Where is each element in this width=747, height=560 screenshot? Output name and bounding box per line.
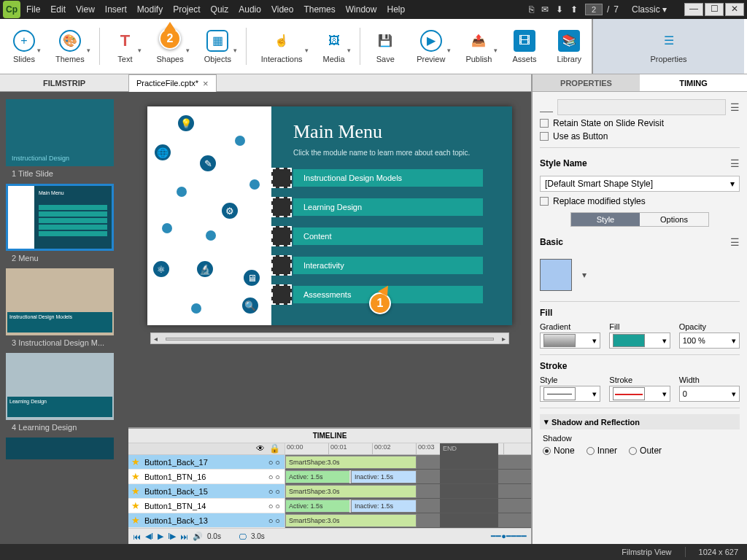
visibility-icon[interactable]: 👁 <box>256 443 265 454</box>
timeline-segment[interactable]: SmartShape:3.0s <box>285 485 417 498</box>
selected-shape-2[interactable] <box>271 197 292 217</box>
page-current-input[interactable]: 2 <box>585 4 603 15</box>
file-tab[interactable]: PracticeFile.cptx* × <box>128 74 217 92</box>
ribbon-preview[interactable]: ▶▾Preview <box>406 19 455 74</box>
tl-play-icon[interactable]: ▶ <box>158 532 163 541</box>
use-as-button-checkbox[interactable] <box>540 132 549 141</box>
subtab-options[interactable]: Options <box>640 213 708 226</box>
ribbon-slides[interactable]: +▾Slides <box>3 19 45 74</box>
style-menu-icon[interactable]: ☰ <box>730 158 740 169</box>
timeline-segment-inactive[interactable]: Inactive: 1.5s <box>351 470 417 483</box>
canvas[interactable]: 🌐 ✎ 💡 ⚙ ⚛ 🔬 🔍 🖥 <box>128 92 531 427</box>
lock-icon[interactable]: 🔒 <box>269 443 280 454</box>
workspace-selector[interactable]: Classic ▾ <box>632 4 667 15</box>
window-minimize[interactable]: — <box>684 3 703 16</box>
timeline-row[interactable]: ★Button1_BTN_14○ ○ <box>128 499 285 513</box>
slide-thumb-5[interactable] <box>6 438 123 459</box>
ribbon-media[interactable]: 🖼▾Media <box>313 19 355 74</box>
basic-color-dropdown[interactable]: ▾ <box>582 270 587 280</box>
up-arrow-icon[interactable]: ⬆ <box>570 4 578 15</box>
style-name-select[interactable]: [Default Smart Shape Style]▾ <box>540 176 740 192</box>
ribbon-save[interactable]: 💾Save <box>364 19 406 74</box>
slide-thumb-2[interactable]: Main Menu 2 Menu <box>6 184 123 262</box>
menu-themes[interactable]: Themes <box>303 4 335 15</box>
opacity-input[interactable]: 100 %▾ <box>679 332 740 349</box>
sync-icon[interactable]: ⎘ <box>529 4 534 15</box>
slide-stage[interactable]: 🌐 ✎ 💡 ⚙ ⚛ 🔬 🔍 🖥 <box>147 106 512 325</box>
tab-timing[interactable]: TIMING <box>640 74 747 92</box>
ribbon-properties[interactable]: ☰Properties <box>592 19 744 74</box>
stroke-color-select[interactable]: ▾ <box>609 386 670 402</box>
canvas-h-scrollbar[interactable]: ◂▸ <box>150 332 509 344</box>
menu-window[interactable]: Window <box>346 4 377 15</box>
gradient-select[interactable]: ▾ <box>540 332 600 349</box>
menu-audio[interactable]: Audio <box>239 4 261 15</box>
menu-view[interactable]: View <box>76 4 95 15</box>
fill-color-select[interactable]: ▾ <box>609 332 670 349</box>
selected-shape-5[interactable] <box>271 284 292 305</box>
stroke-width-input[interactable]: 0▾ <box>679 386 740 402</box>
tl-stepback-icon[interactable]: ◀Ⅰ <box>145 532 153 541</box>
menu-insert[interactable]: Insert <box>105 4 127 15</box>
menu-video[interactable]: Video <box>271 4 293 15</box>
ribbon-text[interactable]: T▾Text <box>104 19 146 74</box>
stroke-style-select[interactable]: ▾ <box>540 386 600 402</box>
timeline-segment[interactable]: SmartShape:3.0s <box>285 456 417 469</box>
timeline-segment-active[interactable]: Active: 1.5s <box>285 499 351 513</box>
tl-stepfwd-icon[interactable]: Ⅰ▶ <box>168 532 176 541</box>
tl-playhead-time: 0.0s <box>207 532 221 540</box>
slide-title: Main Menu <box>293 121 382 143</box>
menu-project[interactable]: Project <box>173 4 200 15</box>
tl-audio-icon[interactable]: 🔊 <box>193 532 203 541</box>
basic-menu-icon[interactable]: ☰ <box>730 236 740 248</box>
timeline-row[interactable]: ★Button1_Back_17○ ○ <box>128 455 285 470</box>
window-maximize[interactable]: ☐ <box>705 3 724 16</box>
timeline-header: TIMELINE <box>128 429 531 443</box>
menu-modify[interactable]: Modify <box>137 4 163 15</box>
selected-shape-4[interactable] <box>271 255 292 276</box>
tl-rewind-icon[interactable]: ⏮ <box>133 532 141 541</box>
menu-file[interactable]: File <box>26 4 40 15</box>
ribbon-publish[interactable]: 📤▾Publish <box>455 19 502 74</box>
visibility-toggle[interactable] <box>540 102 553 112</box>
ribbon-interactions[interactable]: ☝▾Interactions <box>251 19 313 74</box>
selected-shape-1[interactable] <box>271 168 292 188</box>
slide-thumb-1[interactable]: Instructional Design 1 Title Slide <box>6 99 123 178</box>
ribbon-objects[interactable]: ▦▾Objects <box>194 19 241 74</box>
slide-thumb-4[interactable]: Learning Design 4 Learning Design <box>6 353 123 432</box>
filmstrip-header: FILMSTRIP <box>0 74 128 92</box>
file-tab-label: PracticeFile.cptx* <box>136 79 198 88</box>
ribbon-library[interactable]: 📚Library <box>546 19 592 74</box>
timeline-segment[interactable]: SmartShape:3.0s <box>285 514 417 527</box>
retain-state-checkbox[interactable] <box>540 119 549 128</box>
replace-styles-checkbox[interactable] <box>540 197 549 206</box>
tab-properties[interactable]: PROPERTIES <box>533 74 640 92</box>
menu-help[interactable]: Help <box>387 4 405 15</box>
selected-shape-3[interactable] <box>271 226 292 246</box>
shadow-inner-radio[interactable] <box>587 447 595 455</box>
timeline-row[interactable]: ★Button1_Back_13○ ○ <box>128 513 285 528</box>
basic-color-swatch[interactable] <box>540 259 572 291</box>
timeline-segment-inactive[interactable]: Inactive: 1.5s <box>351 499 417 513</box>
timeline-row[interactable]: ★Button1_BTN_16○ ○ <box>128 470 285 484</box>
ribbon-assets[interactable]: 🎞Assets <box>502 19 546 74</box>
menu-quiz[interactable]: Quiz <box>211 4 229 15</box>
ribbon-themes[interactable]: 🎨▾Themes <box>45 19 95 74</box>
window-close[interactable]: ✕ <box>725 3 744 16</box>
panel-menu-icon[interactable]: ☰ <box>730 101 740 113</box>
down-arrow-icon[interactable]: ⬇ <box>556 4 563 15</box>
shadow-expand-icon[interactable]: ▾ <box>544 417 549 427</box>
file-tab-close[interactable]: × <box>203 78 209 89</box>
menu-edit[interactable]: Edit <box>50 4 66 15</box>
shadow-none-radio[interactable] <box>543 447 551 455</box>
tl-ffwd-icon[interactable]: ⏭ <box>180 532 188 541</box>
page-total: 7 <box>614 4 619 15</box>
timeline-segment-active[interactable]: Active: 1.5s <box>285 470 351 483</box>
timeline-tracks[interactable]: 00:0000:0100:0200:0300:04 END SmartShape… <box>285 443 531 528</box>
slide-thumb-3[interactable]: Instructional Design Models 3 Instructio… <box>6 268 123 347</box>
shadow-outer-radio[interactable] <box>629 447 637 455</box>
subtab-style[interactable]: Style <box>571 213 640 226</box>
object-name-input[interactable] <box>557 99 726 115</box>
mail-icon[interactable]: ✉ <box>541 4 549 15</box>
timeline-row[interactable]: ★Button1_Back_15○ ○ <box>128 484 285 499</box>
